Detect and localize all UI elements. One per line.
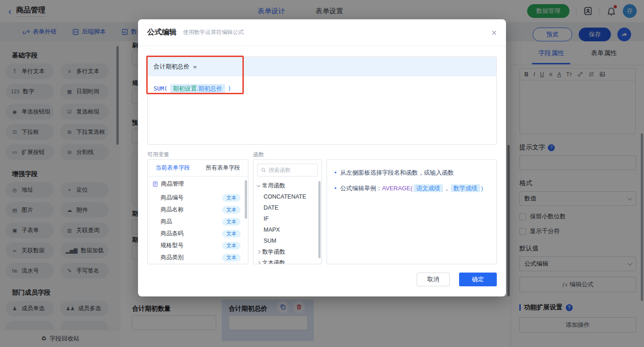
variable-tree-root[interactable]: 商品管理 (152, 180, 244, 188)
dialog-subtitle: 使用数学运算符编辑公式 (183, 28, 244, 36)
variables-scrollbar[interactable] (245, 180, 247, 219)
cancel-button[interactable]: 取消 (417, 273, 450, 286)
confirm-button[interactable]: 确定 (459, 273, 497, 286)
tip-line-1: 从左侧面板选择字段名和函数，或输入函数 (340, 168, 454, 177)
tip-example-prefix: 公式编辑举例： (340, 185, 382, 192)
variable-name: 商品编号 (161, 194, 184, 202)
functions-panel: 搜索函数 常用函数 CONCATENATE DATE IF MAPX SUM 数… (253, 159, 322, 264)
tip-chip-math: 数学成绩 (451, 184, 480, 192)
variable-name: 规格型号 (161, 242, 184, 250)
tip-comma: ， (444, 185, 450, 192)
variable-name: 商品 (161, 218, 172, 226)
tip-example-function: AVERAGE( (382, 185, 413, 192)
tab-all-form-fields[interactable]: 所有表单字段 (198, 160, 248, 176)
chevron-closed-icon (257, 261, 260, 264)
variable-name: 商品类别 (161, 254, 184, 262)
formula-edit-dialog: 公式编辑 使用数学运算符编辑公式 × 合计期初总价 = SUM( 期初设置.期初… (138, 19, 506, 296)
formula-equals: = (193, 63, 197, 70)
function-group-math[interactable]: 数学函数 (253, 246, 322, 257)
chip-field-name: 期初总价 (198, 85, 222, 92)
variable-row[interactable]: 商品文本 (152, 216, 244, 228)
variable-row[interactable]: 商品名称文本 (152, 204, 244, 216)
function-search-input[interactable]: 搜索函数 (257, 164, 318, 176)
function-item-sum[interactable]: SUM (253, 235, 322, 246)
variable-type-badge: 文本 (222, 242, 241, 250)
variable-name: 商品名称 (161, 206, 184, 214)
tip-close-paren: ) (481, 185, 483, 192)
tips-panel: 从左侧面板选择字段名和函数，或输入函数 公式编辑举例：AVERAGE(语文成绩，… (327, 159, 497, 264)
dialog-title: 公式编辑 (147, 28, 177, 37)
formula-editor[interactable]: 合计期初总价 = SUM( 期初设置.期初总价 ) (147, 57, 497, 145)
variables-panel: 当前表单字段 所有表单字段 商品管理 商品编号文本 商品名称文本 商品文本 商品… (147, 159, 248, 264)
tip-line-2: 公式编辑举例：AVERAGE(语文成绩，数学成绩) (340, 184, 483, 193)
chevron-open-icon (257, 183, 260, 187)
variable-type-badge: 文本 (222, 218, 241, 226)
tip-chip-chinese: 语文成绩 (414, 184, 443, 192)
variable-row[interactable]: 商品编号文本 (152, 192, 244, 204)
chevron-closed-icon (257, 250, 260, 254)
variable-root-label: 商品管理 (161, 180, 184, 188)
function-group-label: 文本函数 (262, 259, 285, 265)
functions-section-label: 函数 (253, 151, 264, 159)
search-icon (261, 167, 266, 173)
formula-function-close: ) (228, 85, 231, 92)
function-group-common[interactable]: 常用函数 (253, 180, 322, 191)
function-group-label: 数学函数 (262, 248, 285, 256)
tab-current-form-fields[interactable]: 当前表单字段 (148, 160, 198, 176)
formula-target: 合计期初总价 (154, 63, 190, 71)
variable-row[interactable]: 商品条码文本 (152, 228, 244, 239)
function-group-label: 常用函数 (262, 182, 285, 190)
function-item-mapx[interactable]: MAPX (253, 224, 322, 235)
variable-row[interactable]: 商品类别文本 (152, 251, 244, 263)
variables-section-label: 可用变量 (147, 151, 169, 159)
function-group-text[interactable]: 文本函数 (253, 257, 322, 264)
functions-scrollbar[interactable] (318, 181, 321, 258)
function-search-placeholder: 搜索函数 (269, 166, 291, 174)
formula-function-open: SUM( (154, 85, 167, 92)
variable-row[interactable]: 规格型号文本 (152, 239, 244, 251)
variable-type-badge: 文本 (222, 194, 241, 202)
variable-type-badge: 文本 (222, 230, 241, 238)
variable-type-badge: 文本 (222, 206, 241, 214)
function-item-date[interactable]: DATE (253, 202, 322, 213)
variable-type-badge: 文本 (222, 254, 241, 262)
form-doc-icon (152, 181, 158, 187)
function-item-if[interactable]: IF (253, 213, 322, 224)
variable-name: 商品条码 (161, 230, 184, 238)
close-icon[interactable]: × (491, 28, 497, 37)
function-item-concatenate[interactable]: CONCATENATE (253, 191, 322, 202)
formula-field-chip[interactable]: 期初设置.期初总价 (170, 84, 225, 93)
chip-subform-name: 期初设置 (173, 85, 197, 92)
